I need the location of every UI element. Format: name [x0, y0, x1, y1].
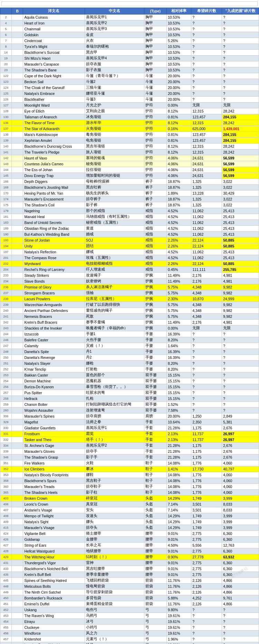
drop-rate: 4.06% [166, 173, 191, 179]
nine-shards: 4,060 [222, 484, 259, 490]
table-row: 248Danetta's Spite丹1手篓16.39%?? [0, 349, 259, 355]
col-b [12, 413, 23, 419]
nine-shards: 255,785 [222, 267, 259, 273]
drop-rate: 5.75% [166, 308, 191, 314]
drop-rate: 15.15% [166, 372, 191, 378]
drop-rate: 18.87% [166, 185, 191, 191]
cn-name: 多背包袋 [85, 595, 144, 601]
table-row: 142Haunt of Vaxo寨琦的银魂护符4.06%24,63156,599 [0, 155, 259, 161]
nine-shards: 25,413 [222, 220, 259, 226]
col-b [12, 61, 23, 67]
en-name: The Shadow's Grasp [23, 455, 85, 460]
drop-rate: 0.00% [166, 325, 191, 331]
en-name: Uskang [23, 607, 85, 613]
nine-shards: ? [222, 408, 259, 413]
item-type: 护符 [144, 144, 166, 149]
drop-rate: 21.28% [166, 443, 191, 449]
nine-shards: 2,676 [222, 455, 259, 460]
table-row: 427String of Ears长串之耳腰带4.50%5,55612,763 [0, 543, 259, 548]
drop-rate: 19.61% [166, 642, 191, 644]
hope-shards: 1,175 [191, 425, 222, 431]
item-type: 胸甲 [144, 44, 166, 50]
cn-name: 打破了以后跑得很快 [85, 302, 144, 308]
en-name: The Flavor of Time [23, 120, 85, 126]
table-row: 175The Shadow's Coil影子裤裤子18.87%1,3253,02… [0, 202, 259, 208]
col-header-type: (Type) [144, 8, 166, 14]
drop-rate: 19.61% [166, 613, 191, 619]
cn-name: 黑吉吐裤 [85, 185, 144, 191]
en-name: The Star of Azkaranth [23, 126, 85, 132]
col-b [12, 507, 23, 513]
cn-name: 地狱腰带 [85, 548, 144, 554]
col-b [12, 161, 23, 167]
nine-shards: ? [222, 390, 259, 396]
row-number: 143 [0, 161, 12, 167]
item-type: 手篓 [144, 349, 166, 355]
table-row: 234Slave Bonds奴隶镣铐护腕11.49%2,1764,981 [0, 279, 259, 284]
hope-shards: ? [191, 402, 222, 408]
en-name: Warzechian Armguards [23, 302, 85, 308]
table-row: 128Eye of Etlich艾利由之眼护符8.12%12,31528,242 [0, 108, 259, 114]
en-name: Rechel's Ring of Larceny [23, 267, 85, 273]
col-b [12, 261, 23, 267]
table-row: 202Wyrdward电技能模糊戒指戒指2.26%22,12450,885 [0, 261, 259, 267]
table-row: 431Thundergod's Vigor雷神腰带9.01%2,7756,360 [0, 560, 259, 566]
row-number: 334 [0, 443, 12, 449]
en-name: Marauder's Treads [23, 484, 85, 490]
drop-rate: 5.75% [166, 302, 191, 308]
table-row: 448Meticulous Bolts慢电弩箭袋箭袋11.76%2,1264,8… [0, 584, 259, 589]
item-type: 箭袋 [144, 584, 166, 589]
nine-shards: ? [222, 91, 259, 97]
en-name: Natalya's Slayer [23, 361, 85, 367]
hope-shards: 2,176 [191, 320, 222, 325]
drop-rate: 2.30% [166, 296, 191, 302]
en-name: Bombardier's Rucksack [23, 595, 85, 601]
en-name: Blackthorne's Spurs [23, 478, 85, 484]
en-name: Slave Bonds [23, 279, 85, 284]
drop-rate: 10.53% [166, 26, 191, 32]
drop-rate: 11.76% [166, 589, 191, 595]
table-row: 358Blackthorne's Spurs黑吉鞋子鞋子14.08%1,7764… [0, 478, 259, 484]
en-name: The Ninth Cirri Satchel [23, 589, 85, 595]
row-number: 242 [0, 320, 12, 325]
cn-name: 喜闻乐见甲1 [85, 425, 144, 431]
table-row: 306Marauder's Spines掠夺肩膀肩膀20.00%1,2502,8… [0, 413, 259, 419]
en-name: Fire Walkers [23, 460, 85, 466]
row-number: 353 [0, 472, 12, 478]
cn-name: 法师之拳 [85, 419, 144, 425]
hope-shards: ? [191, 372, 222, 378]
table-row: 429The Witching Hour51时刻（！）腰带0.90%27,778… [0, 554, 259, 560]
hope-shards: ? [191, 396, 222, 402]
row-number: 428 [0, 548, 12, 554]
item-type: 双手篓 [144, 390, 166, 396]
nine-shards: ? [222, 38, 259, 44]
en-name: String of Ears [23, 543, 85, 548]
drop-rate: 10.53% [166, 56, 191, 61]
drop-rate: 1.89% [166, 191, 191, 196]
col-b [12, 167, 23, 173]
cn-name: 小鸡弓 [85, 625, 144, 631]
nine-shards: 26,997 [222, 431, 259, 437]
drop-rate: 2.26% [166, 261, 191, 267]
cn-name: 玫瑰（五属性） [85, 255, 144, 261]
cn-name: 电免项链 [85, 138, 144, 144]
table-row: 346The Shadow's Grasp影子手手套21.28%1,1752,6… [0, 455, 259, 460]
table-row: 174Marauder's Encasement掠夺裤子裤子18.87%1,32… [0, 196, 259, 202]
cn-name: 黑吉吊项链 [85, 144, 144, 149]
drop-rate: 8.20% [166, 337, 191, 343]
item-type: 裤子 [144, 185, 166, 191]
drop-rate: 7.58% [166, 408, 191, 413]
header-box [1, 1, 258, 6]
en-name: Blackthorne's Jousting Mail [23, 185, 85, 191]
hope-shards: 2,775 [191, 572, 222, 578]
drop-rate: 9.01% [166, 560, 191, 566]
hope-shards: 11,062 [191, 208, 222, 214]
col-b [12, 132, 23, 138]
cn-name: 恶魔机器 [85, 378, 144, 384]
item-type: 护腕 [144, 284, 166, 290]
table-row: 240Ancient Parthan Defenders量怪减伤的镯子护腕5.7… [0, 308, 259, 314]
table-row: 141The Traveler's Pledge旅人项链护符8.12%12,31… [0, 149, 259, 155]
drop-rate: 4.06% [166, 167, 191, 173]
table-row: 239Warzechian Armguards打破了以后跑得很快护腕5.75%4… [0, 302, 259, 308]
col-b [12, 437, 23, 443]
